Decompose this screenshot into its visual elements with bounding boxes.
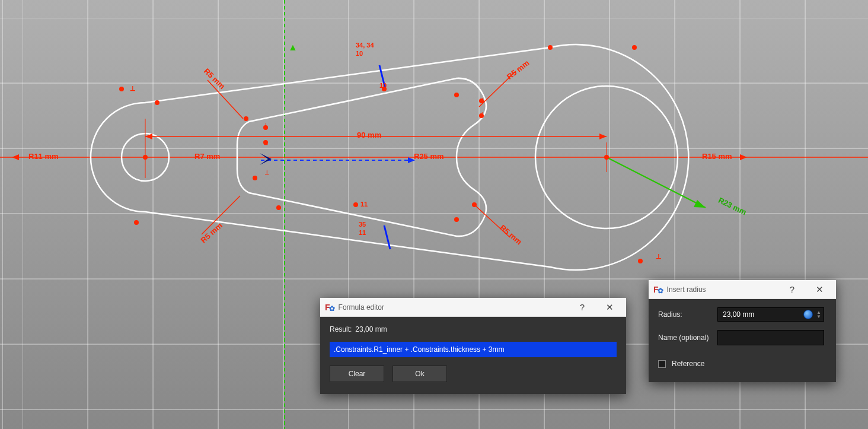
svg-text:⟂: ⟂: [263, 121, 268, 128]
help-button[interactable]: ?: [780, 281, 804, 298]
close-button[interactable]: ✕: [808, 281, 831, 298]
name-input[interactable]: [717, 330, 824, 345]
svg-point-19: [632, 45, 637, 50]
insert-radius-dialog[interactable]: F✿ Insert radius ? ✕ Radius: 23,00 mm ▲▼…: [649, 280, 836, 382]
centerline-arrow-left: [12, 154, 19, 160]
result-value: 23,00 mm: [355, 325, 387, 333]
clear-button[interactable]: Clear: [330, 366, 384, 382]
tag-35[interactable]: 35: [359, 221, 366, 228]
centerline-arrow-right: [740, 154, 747, 160]
r23-radius-line: [607, 157, 706, 208]
svg-text:⊥: ⊥: [656, 253, 662, 260]
name-label: Name (optional): [658, 333, 711, 342]
app-icon: F✿: [325, 303, 335, 312]
svg-point-7: [119, 87, 124, 91]
svg-marker-1: [599, 134, 607, 139]
globe-icon[interactable]: [803, 310, 813, 319]
svg-text:⟂: ⟂: [480, 110, 484, 117]
result-label: Result:: [330, 325, 352, 333]
svg-text:⊥: ⊥: [130, 85, 136, 92]
dim-r15[interactable]: R15 mm: [702, 152, 732, 161]
radius-title: Insert radius: [667, 285, 706, 294]
svg-point-18: [638, 259, 643, 263]
svg-point-6: [134, 220, 139, 225]
help-button[interactable]: ?: [570, 298, 594, 316]
radius-titlebar[interactable]: F✿ Insert radius ? ✕: [649, 280, 836, 299]
r23-arrowhead: [694, 200, 706, 208]
dim-r7[interactable]: R7 mm: [194, 152, 220, 161]
thickness-bottom: [384, 225, 390, 249]
tag-34[interactable]: 34, 34: [356, 42, 374, 49]
tag-10b[interactable]: 10: [379, 82, 387, 89]
dim-r25[interactable]: R25 mm: [414, 152, 444, 161]
svg-point-15: [472, 202, 477, 207]
formula-input[interactable]: [330, 342, 617, 357]
svg-point-4: [143, 155, 148, 160]
radius-value: 23,00 mm: [723, 310, 803, 319]
tag-10a[interactable]: 10: [356, 50, 363, 57]
radius-spinbox[interactable]: 23,00 mm ▲▼: [717, 307, 824, 322]
svg-point-5: [604, 155, 609, 160]
dim-90[interactable]: 90 mm: [357, 131, 381, 139]
svg-text:⟂: ⟂: [263, 139, 268, 146]
dim-r11[interactable]: R11 mm: [28, 152, 59, 161]
tag-11a[interactable]: 11: [360, 201, 368, 208]
radius-label: Radius:: [658, 310, 711, 319]
svg-point-10: [276, 205, 281, 210]
tag-11b[interactable]: 11: [359, 229, 366, 236]
r5-leader-tl: [208, 80, 243, 119]
svg-point-8: [155, 100, 159, 105]
svg-point-17: [548, 45, 553, 50]
reference-checkbox[interactable]: [658, 360, 666, 368]
formula-title: Formula editor: [339, 303, 384, 312]
app-icon: F✿: [653, 285, 663, 294]
svg-point-9: [253, 176, 257, 180]
svg-text:⟂: ⟂: [264, 169, 269, 176]
ok-button[interactable]: Ok: [392, 366, 447, 382]
axis-y-arrowhead: ▲: [288, 42, 298, 52]
reference-label: Reference: [672, 360, 704, 368]
svg-point-11: [244, 116, 248, 121]
spin-arrows[interactable]: ▲▼: [816, 310, 821, 319]
svg-text:⟂: ⟂: [480, 96, 484, 103]
formula-editor-dialog[interactable]: F✿ Formula editor ? ✕ Result: 23,00 mm C…: [320, 298, 626, 394]
origin-cursor-icon: [260, 153, 272, 165]
svg-point-16: [454, 217, 459, 222]
close-button[interactable]: ✕: [598, 298, 621, 316]
svg-point-13: [454, 93, 459, 97]
formula-titlebar[interactable]: F✿ Formula editor ? ✕: [320, 298, 626, 317]
svg-point-20: [353, 202, 358, 207]
